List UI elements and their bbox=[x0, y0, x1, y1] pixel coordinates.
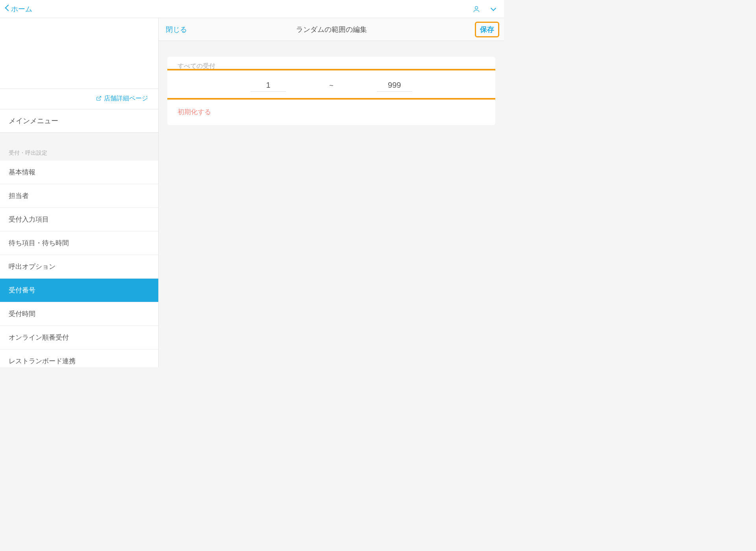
panel-label: すべての受付 bbox=[167, 57, 495, 70]
back-button[interactable]: ホーム bbox=[5, 4, 32, 14]
content-title: ランダムの範囲の編集 bbox=[296, 25, 367, 34]
sidebar-main-menu[interactable]: メインメニュー bbox=[0, 109, 158, 133]
sidebar-item-0[interactable]: 基本情報 bbox=[0, 161, 158, 184]
sidebar-item-6[interactable]: 受付時間 bbox=[0, 302, 158, 326]
sidebar-item-5[interactable]: 受付番号 bbox=[0, 279, 158, 302]
content: 閉じる ランダムの範囲の編集 保存 すべての受付 ~ 初期化する bbox=[159, 18, 504, 367]
sidebar-item-8[interactable]: レストランボード連携 bbox=[0, 349, 158, 367]
sidebar-item-2[interactable]: 受付入力項目 bbox=[0, 208, 158, 231]
range-from-input[interactable] bbox=[250, 79, 286, 92]
sidebar-item-4[interactable]: 呼出オプション bbox=[0, 255, 158, 279]
store-detail-label: 店舗詳細ページ bbox=[104, 95, 148, 102]
svg-line-1 bbox=[98, 96, 101, 99]
sidebar-item-3[interactable]: 待ち項目・待ち時間 bbox=[0, 231, 158, 255]
save-button[interactable]: 保存 bbox=[477, 23, 497, 36]
external-link-icon bbox=[96, 96, 102, 103]
chevron-left-icon bbox=[5, 6, 9, 13]
close-button[interactable]: 閉じる bbox=[166, 25, 187, 34]
sidebar-item-7[interactable]: オンライン順番受付 bbox=[0, 326, 158, 349]
save-highlight: 保存 bbox=[475, 22, 499, 37]
sidebar-item-1[interactable]: 担当者 bbox=[0, 184, 158, 208]
content-header: 閉じる ランダムの範囲の編集 保存 bbox=[159, 18, 504, 41]
top-header: ホーム bbox=[0, 0, 504, 18]
header-right bbox=[472, 5, 497, 13]
chevron-down-icon[interactable] bbox=[491, 7, 497, 11]
user-icon[interactable] bbox=[472, 5, 480, 13]
reset-button[interactable]: 初期化する bbox=[167, 100, 495, 125]
range-row-highlight: ~ bbox=[167, 69, 495, 100]
range-separator: ~ bbox=[329, 81, 334, 90]
range-to-input[interactable] bbox=[377, 79, 412, 92]
range-row: ~ bbox=[167, 70, 495, 98]
back-label: ホーム bbox=[11, 4, 32, 14]
svg-point-0 bbox=[475, 6, 478, 9]
sidebar: 店舗詳細ページ メインメニュー 受付・呼出設定 基本情報担当者受付入力項目待ち項… bbox=[0, 18, 159, 367]
sidebar-blank bbox=[0, 18, 158, 89]
store-detail-link[interactable]: 店舗詳細ページ bbox=[0, 89, 158, 109]
range-panel: すべての受付 ~ 初期化する bbox=[167, 57, 495, 125]
sidebar-section-label: 受付・呼出設定 bbox=[0, 133, 158, 161]
